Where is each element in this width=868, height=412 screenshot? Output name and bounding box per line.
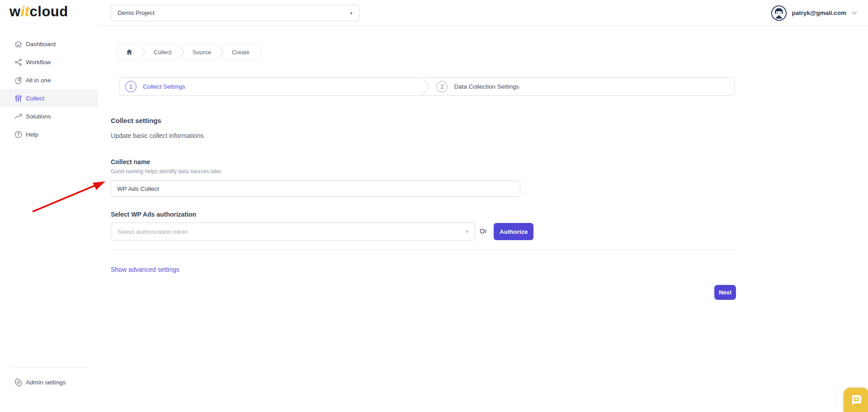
sidebar-item-label: Admin settings <box>26 379 66 386</box>
stepper: 1 Collect Settings 2 Data Collection Set… <box>119 77 735 96</box>
breadcrumb-separator-icon <box>180 46 184 58</box>
sidebar-divider <box>10 367 88 368</box>
breadcrumb-item-source[interactable]: Source <box>193 49 211 56</box>
project-select[interactable]: Demo Project ▾ <box>111 5 359 21</box>
sidebar-item-all-in-one[interactable]: All in one <box>0 71 98 89</box>
sidebar-item-help[interactable]: Help <box>0 125 98 143</box>
chat-widget-button[interactable] <box>844 388 868 412</box>
logo-accent: it <box>21 4 30 19</box>
section-subtitle: Update basic collect informations <box>111 132 203 139</box>
user-email: patryk@gmail.com <box>792 9 846 16</box>
collect-name-input[interactable] <box>111 180 520 197</box>
step-separator-icon <box>422 78 430 95</box>
caret-down-icon: ▾ <box>350 10 353 16</box>
show-advanced-settings-link[interactable]: Show advanced settings <box>111 266 179 273</box>
help-circle-icon <box>14 130 23 139</box>
avatar <box>771 5 787 21</box>
sidebar-item-label: Workflow <box>26 59 51 66</box>
authorize-button[interactable]: Authorize <box>494 223 533 240</box>
sidebar-footer: Admin settings <box>0 367 98 391</box>
chat-bubble-icon <box>850 394 862 406</box>
workflow-icon <box>14 57 23 66</box>
next-button[interactable]: Next <box>714 285 736 300</box>
collect-name-hint: Good naming helps identify data sources … <box>111 168 222 175</box>
logo-suffix: cloud <box>30 4 68 19</box>
sliders-icon <box>14 94 23 103</box>
sidebar-item-workflow[interactable]: Workflow <box>0 53 98 71</box>
project-select-value: Demo Project <box>118 9 155 16</box>
logo-prefix: w <box>9 4 21 19</box>
step-collect-settings[interactable]: 1 Collect Settings <box>119 78 422 95</box>
sidebar-item-label: Dashboard <box>26 41 56 47</box>
sidebar-item-admin-settings[interactable]: Admin settings <box>0 373 98 391</box>
sidebar-item-collect[interactable]: Collect <box>0 89 98 107</box>
sidebar-item-dashboard[interactable]: Dashboard <box>0 35 98 53</box>
authorization-token-placeholder: Select authorization token <box>118 228 188 235</box>
gear-icon <box>14 378 23 387</box>
pie-chart-icon <box>14 76 23 85</box>
sidebar-item-solutions[interactable]: Solutions <box>0 107 98 125</box>
caret-down-icon: ▾ <box>466 228 468 235</box>
authorization-token-select[interactable]: Select authorization token ▾ <box>111 223 475 241</box>
logo[interactable]: witcloud <box>9 4 68 20</box>
breadcrumb-separator-icon <box>219 46 224 58</box>
authorization-label: Select WP Ads authorization <box>111 211 196 218</box>
section-title: Collect settings <box>111 117 161 124</box>
or-label: Or <box>480 227 487 235</box>
collect-name-label: Collect name <box>111 158 150 166</box>
breadcrumb-separator-icon <box>141 46 146 58</box>
home-icon[interactable] <box>126 48 133 56</box>
breadcrumb-item-create[interactable]: Create <box>232 49 250 56</box>
page: witcloud Dashboard Workflow All in one <box>0 0 868 412</box>
sidebar: witcloud Dashboard Workflow All in one <box>0 0 98 412</box>
sidebar-item-label: Collect <box>26 95 44 102</box>
home-icon <box>14 39 23 48</box>
trending-up-icon <box>14 112 23 121</box>
breadcrumb-item-collect[interactable]: Collect <box>154 49 172 56</box>
header: Demo Project ▾ patryk@gmail.com <box>98 0 868 26</box>
chevron-down-icon <box>852 11 857 15</box>
sidebar-item-label: Solutions <box>26 113 51 120</box>
user-menu[interactable]: patryk@gmail.com <box>771 5 857 21</box>
sidebar-item-label: All in one <box>26 77 51 84</box>
step-label: Collect Settings <box>143 83 185 90</box>
sidebar-item-label: Help <box>26 131 38 138</box>
content-divider <box>111 249 737 250</box>
sidebar-nav: Dashboard Workflow All in one Collect <box>0 35 98 143</box>
step-number: 2 <box>436 81 448 92</box>
step-data-collection-settings[interactable]: 2 Data Collection Settings <box>430 78 734 95</box>
step-label: Data Collection Settings <box>454 83 519 90</box>
breadcrumb: Collect Source Create <box>116 44 262 60</box>
step-number: 1 <box>125 81 137 92</box>
